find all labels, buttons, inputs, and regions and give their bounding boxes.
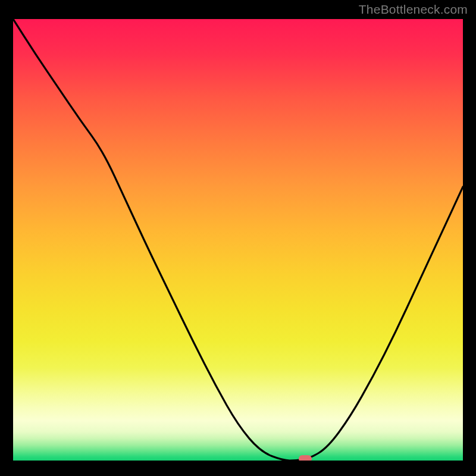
optimal-point-marker	[299, 455, 312, 461]
bottleneck-curve	[13, 19, 463, 461]
chart-frame: TheBottleneck.com	[0, 0, 476, 476]
watermark-text: TheBottleneck.com	[359, 2, 468, 17]
plot-area	[13, 19, 463, 461]
